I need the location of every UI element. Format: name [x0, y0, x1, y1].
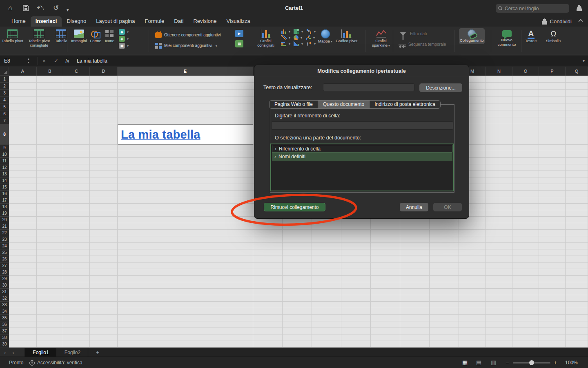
- pie-chart-button[interactable]: ▾: [294, 35, 302, 40]
- next-sheet-icon[interactable]: ›: [12, 350, 14, 356]
- recommended-pivot-button[interactable]: Tabelle pivot consigliate: [26, 28, 53, 49]
- row-header-9[interactable]: 9: [0, 145, 9, 151]
- row-header-5[interactable]: 5: [0, 103, 9, 110]
- shapes-button[interactable]: Forme: [89, 28, 102, 45]
- share-button[interactable]: Condividi: [541, 18, 572, 25]
- row-header-29[interactable]: 29: [0, 276, 9, 282]
- column-header-P[interactable]: P: [539, 67, 566, 76]
- row-header-4[interactable]: 4: [0, 96, 9, 103]
- sheet-tab-foglio1[interactable]: Foglio1: [25, 348, 56, 357]
- row-header-39[interactable]: 39: [0, 341, 9, 348]
- text-button[interactable]: A Testo▾: [524, 28, 538, 45]
- timeline-button[interactable]: Sequenza temporale: [397, 40, 448, 49]
- tab-this-document[interactable]: Questo documento: [318, 101, 370, 108]
- tab-email-address[interactable]: Indirizzo di posta elettronica: [370, 101, 440, 108]
- tab-dati[interactable]: Dati: [169, 16, 188, 27]
- row-header-33[interactable]: 33: [0, 302, 9, 308]
- my-addins-button[interactable]: Miei componenti aggiuntivi ▾: [154, 42, 219, 49]
- data-addin-icon[interactable]: ▦: [235, 40, 243, 47]
- column-header-B[interactable]: B: [37, 67, 63, 76]
- row-header-1[interactable]: 1: [0, 76, 9, 83]
- name-box-stepper[interactable]: ▴▾: [28, 57, 29, 64]
- disclosure-chevron-icon[interactable]: ›: [274, 154, 276, 159]
- table-button[interactable]: Tabella: [54, 28, 68, 45]
- waterfall-chart-button[interactable]: ▾: [306, 29, 316, 34]
- row-header-30[interactable]: 30: [0, 282, 9, 289]
- tab-home[interactable]: Home: [7, 16, 31, 27]
- row-header-13[interactable]: 13: [0, 171, 9, 177]
- account-avatar-icon[interactable]: [576, 5, 582, 11]
- select-all-corner[interactable]: [0, 67, 9, 76]
- smartart-button[interactable]: ◈▾: [119, 36, 129, 42]
- tree-item-defined-names[interactable]: ›Nomi definiti: [272, 153, 452, 161]
- row-header-18[interactable]: 18: [0, 204, 9, 210]
- symbols-button[interactable]: Ω Simboli▾: [545, 28, 562, 45]
- tab-disegno[interactable]: Disegno: [62, 16, 91, 27]
- search-box[interactable]: [496, 4, 569, 13]
- row-header-8[interactable]: 8: [0, 124, 9, 145]
- zoom-in-button[interactable]: +: [554, 359, 557, 366]
- pivot-chart-button[interactable]: Grafico pivot: [335, 28, 358, 45]
- recommended-charts-button[interactable]: Grafici consigliati: [252, 28, 279, 49]
- row-header-11[interactable]: 11: [0, 158, 9, 164]
- column-header-N[interactable]: N: [486, 67, 512, 76]
- search-input[interactable]: [505, 6, 562, 11]
- description-button[interactable]: Descrizione...: [419, 83, 462, 92]
- previous-sheet-icon[interactable]: ‹: [4, 350, 6, 356]
- tab-visualizza[interactable]: Visualizza: [221, 16, 255, 27]
- tree-item-cell-reference[interactable]: ›Riferimento di cella: [272, 145, 452, 153]
- slicer-button[interactable]: Filtro dati: [397, 31, 428, 37]
- row-header-17[interactable]: 17: [0, 197, 9, 204]
- cell-reference-input[interactable]: [271, 121, 453, 130]
- cell-E8-hyperlink[interactable]: La mia tabella: [118, 124, 253, 145]
- name-box[interactable]: E8: [0, 56, 27, 66]
- display-text-input[interactable]: [323, 83, 414, 91]
- tab-formule[interactable]: Formule: [140, 16, 169, 27]
- row-header-23[interactable]: 23: [0, 236, 9, 243]
- row-header-22[interactable]: 22: [0, 230, 9, 236]
- column-header-Q[interactable]: Q: [566, 67, 588, 76]
- stock-chart-button[interactable]: ▾: [306, 41, 316, 46]
- sheet-tab-foglio2[interactable]: Foglio2: [57, 348, 88, 357]
- disclosure-chevron-icon[interactable]: ›: [275, 146, 276, 152]
- row-header-24[interactable]: 24: [0, 243, 9, 249]
- row-header-14[interactable]: 14: [0, 177, 9, 184]
- row-header-20[interactable]: 20: [0, 217, 9, 223]
- area-chart-button[interactable]: ▾: [294, 41, 303, 46]
- row-header-12[interactable]: 12: [0, 164, 9, 171]
- remove-link-button[interactable]: Rimuovi collegamento: [264, 203, 325, 211]
- bar-chart-button[interactable]: ▾: [281, 41, 290, 46]
- column-header-C[interactable]: C: [63, 67, 90, 76]
- icons-button[interactable]: Icone: [104, 28, 116, 45]
- line-chart-button[interactable]: ▾: [281, 35, 290, 40]
- zoom-slider-knob[interactable]: [529, 360, 534, 365]
- normal-view-button[interactable]: ▦: [462, 359, 468, 366]
- tab-layout[interactable]: Layout di pagina: [91, 16, 140, 27]
- confirm-entry-icon[interactable]: ✓: [54, 56, 58, 66]
- pictures-button[interactable]: Immagini: [70, 28, 88, 45]
- insert-function-icon[interactable]: fx: [65, 56, 69, 66]
- row-header-37[interactable]: 37: [0, 328, 9, 334]
- row-header-10[interactable]: 10: [0, 151, 9, 158]
- row-header-28[interactable]: 28: [0, 269, 9, 276]
- ok-button[interactable]: OK: [433, 203, 462, 211]
- hierarchy-chart-button[interactable]: ▾: [294, 29, 303, 34]
- row-header-15[interactable]: 15: [0, 184, 9, 191]
- get-addins-button[interactable]: Ottenere componenti aggiuntivi: [154, 31, 222, 39]
- zoom-percentage[interactable]: 100%: [565, 360, 578, 366]
- hyperlink-button[interactable]: Collegamento: [459, 28, 485, 44]
- accessibility-status[interactable]: Accessibilità: verifica: [29, 360, 82, 366]
- cancel-entry-icon[interactable]: ×: [42, 56, 46, 66]
- column-chart-button[interactable]: ▾: [281, 29, 290, 34]
- column-header-D[interactable]: D: [90, 67, 118, 76]
- row-header-35[interactable]: 35: [0, 315, 9, 321]
- zoom-out-button[interactable]: −: [506, 359, 509, 366]
- row-header-2[interactable]: 2: [0, 83, 9, 90]
- tab-web-page-or-file[interactable]: Pagina Web o file: [270, 101, 318, 108]
- tab-revisione[interactable]: Revisione: [188, 16, 221, 27]
- row-header-34[interactable]: 34: [0, 308, 9, 315]
- row-header-31[interactable]: 31: [0, 289, 9, 295]
- row-header-19[interactable]: 19: [0, 210, 9, 217]
- row-header-32[interactable]: 32: [0, 295, 9, 302]
- maps-button[interactable]: Mappe▾: [317, 28, 333, 45]
